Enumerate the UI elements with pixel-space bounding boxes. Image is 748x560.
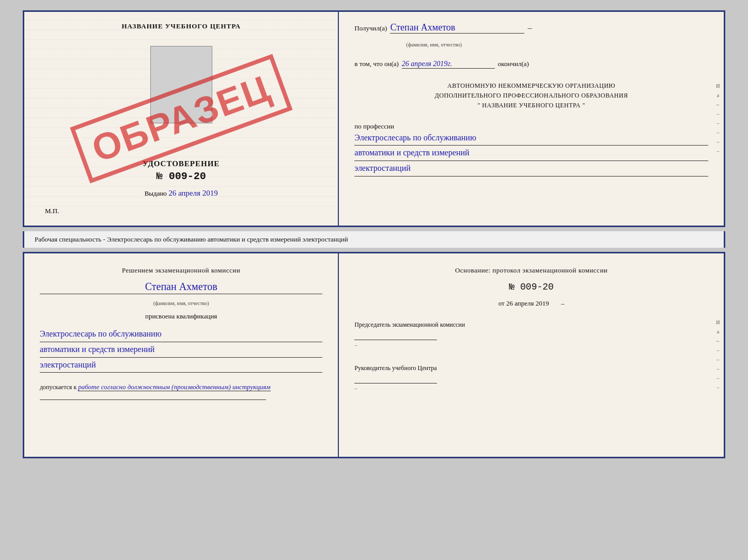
side-stripe-bottom-right: И а ← – – – – – bbox=[712, 253, 724, 457]
confirmed-field: в том, что он(а) 26 апреля 2019г. окончи… bbox=[354, 60, 708, 69]
issue-prefix: Выдано bbox=[145, 189, 167, 197]
chairman-signature-line bbox=[354, 340, 437, 340]
profession-block: по профессии Электрослесарь по обслужива… bbox=[354, 122, 708, 177]
dash-protocol: – bbox=[561, 299, 565, 307]
confirmed-date: 26 апреля 2019г. bbox=[402, 60, 495, 69]
mp-label: М.П. bbox=[40, 207, 322, 215]
certificate-title: УДОСТОВЕРЕНИЕ bbox=[143, 159, 220, 168]
document-container: НАЗВАНИЕ УЧЕБНОГО ЦЕНТРА УДОСТОВЕРЕНИЕ №… bbox=[23, 10, 725, 458]
photo-placeholder bbox=[150, 46, 212, 123]
received-field: Получил(а) Степан Ахметов – bbox=[354, 22, 708, 34]
issue-date-line: Выдано 26 апреля 2019 bbox=[40, 189, 322, 203]
org-line1: АВТОНОМНУЮ НЕКОММЕРЧЕСКУЮ ОРГАНИЗАЦИЮ bbox=[354, 81, 708, 91]
bottom-right-panel: Основание: протокол экзаменационной коми… bbox=[339, 253, 724, 457]
bottom-line bbox=[40, 399, 266, 400]
qualification-label: присвоена квалификация bbox=[40, 312, 322, 321]
received-label: Получил(а) bbox=[354, 24, 387, 33]
issue-date: 26 апреля 2019 bbox=[168, 189, 218, 197]
person-name-large: Степан Ахметов bbox=[40, 281, 322, 294]
protocol-date: 26 апреля 2019 bbox=[506, 299, 549, 307]
qualification-line1: Электрослесарь по обслуживанию bbox=[40, 327, 322, 342]
allowed-value: работе согласно должностным (производств… bbox=[78, 383, 270, 391]
fio-hint-top: (фамилия, имя, отчество) bbox=[354, 42, 708, 47]
confirmed-suffix: окончил(а) bbox=[498, 60, 529, 68]
head-label: Руководитель учебного Центра bbox=[354, 363, 708, 373]
specialty-bar: Рабочая специальность - Электрослесарь п… bbox=[23, 231, 725, 248]
certificate-number: № 009-20 bbox=[157, 170, 206, 182]
diploma-right-panel: Получил(а) Степан Ахметов – (фамилия, им… bbox=[339, 12, 724, 226]
dash2: – bbox=[354, 342, 708, 348]
diploma-bottom: Решением экзаменационной комиссии Степан… bbox=[23, 252, 725, 458]
profession-line1: Электрослесарь по обслуживанию bbox=[354, 131, 708, 146]
diploma-left-panel: НАЗВАНИЕ УЧЕБНОГО ЦЕНТРА УДОСТОВЕРЕНИЕ №… bbox=[24, 12, 339, 226]
bottom-left-panel: Решением экзаменационной комиссии Степан… bbox=[24, 253, 339, 457]
org-center-name: НАЗВАНИЕ УЧЕБНОГО ЦЕНТРА bbox=[482, 102, 581, 109]
head-block: Руководитель учебного Центра – bbox=[354, 363, 708, 391]
basis-label: Основание: протокол экзаменационной коми… bbox=[354, 266, 708, 275]
qualification-line3: электростанций bbox=[40, 358, 322, 373]
org-line2: ДОПОЛНИТЕЛЬНОГО ПРОФЕССИОНАЛЬНОГО ОБРАЗО… bbox=[354, 91, 708, 101]
head-signature-line bbox=[354, 383, 437, 383]
chairman-block: Председатель экзаменационной комиссии – bbox=[354, 320, 708, 348]
org-name-quoted: " НАЗВАНИЕ УЧЕБНОГО ЦЕНТРА " bbox=[354, 101, 708, 110]
protocol-number: № 009-20 bbox=[354, 282, 708, 292]
dash3: – bbox=[354, 386, 708, 391]
qualification-line2: автоматики и средств измерений bbox=[40, 342, 322, 358]
protocol-date-prefix: от bbox=[498, 299, 505, 307]
protocol-date-line: от 26 апреля 2019 – bbox=[354, 299, 708, 308]
received-name: Степан Ахметов bbox=[390, 22, 524, 34]
org-block: АВТОНОМНУЮ НЕКОММЕРЧЕСКУЮ ОРГАНИЗАЦИЮ ДО… bbox=[354, 81, 708, 111]
diploma-top: НАЗВАНИЕ УЧЕБНОГО ЦЕНТРА УДОСТОВЕРЕНИЕ №… bbox=[23, 10, 725, 227]
allowed-prefix: допускается к bbox=[40, 383, 76, 391]
school-name-header: НАЗВАНИЕ УЧЕБНОГО ЦЕНТРА bbox=[121, 22, 241, 30]
qualification-block: Электрослесарь по обслуживанию автоматик… bbox=[40, 327, 322, 373]
quote1: " bbox=[477, 102, 480, 109]
fio-hint-bottom: (фамилия, имя, отчество) bbox=[40, 300, 322, 306]
dash1: – bbox=[527, 23, 532, 33]
decision-text: Решением экзаменационной комиссии bbox=[40, 266, 322, 275]
chairman-label: Председатель экзаменационной комиссии bbox=[354, 320, 708, 329]
confirmed-prefix: в том, что он(а) bbox=[354, 60, 399, 68]
profession-label: по профессии bbox=[354, 122, 708, 131]
profession-line3: электростанций bbox=[354, 161, 708, 177]
allowed-block: допускается к работе согласно должностны… bbox=[40, 383, 322, 391]
profession-line2: автоматики и средств измерений bbox=[354, 146, 708, 161]
quote2: " bbox=[582, 102, 585, 109]
side-stripe-right: И а ← – – – – – bbox=[712, 12, 724, 226]
